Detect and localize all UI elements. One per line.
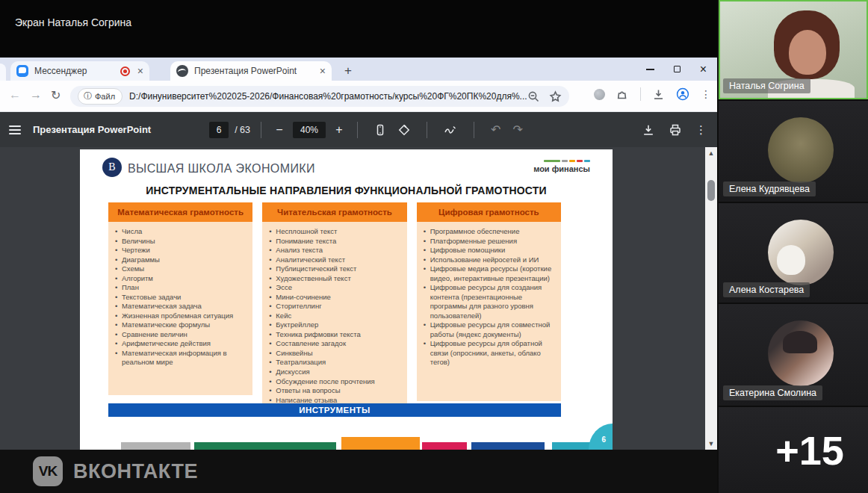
vk-brand-name: ВКОНТАКТЕ <box>73 460 198 483</box>
participant-tile[interactable]: Екатерина Смолина <box>719 304 868 406</box>
list-item: Техника рифмовки текста <box>267 330 402 340</box>
file-scheme-chip[interactable]: ⓘФайл <box>78 88 123 105</box>
back-button[interactable]: ← <box>9 88 21 102</box>
tab-messenger[interactable]: Мессенджер × <box>10 61 149 81</box>
extensions-puzzle-icon[interactable] <box>616 88 629 101</box>
scrollbar-thumb[interactable] <box>707 180 715 201</box>
list-item: Математическая информация в реальном мир… <box>113 349 248 368</box>
list-item: Алгоритм <box>113 274 248 284</box>
more-participants-tile[interactable]: +15 <box>719 407 868 493</box>
browser-tab-strip: Мессенджер × Презентация PowerPoint × + … <box>0 58 717 81</box>
sidebar-menu-icon[interactable] <box>9 123 21 137</box>
print-icon[interactable] <box>669 123 682 137</box>
divider <box>640 87 641 101</box>
participant-name: Елена Кудрявцева <box>723 182 816 196</box>
downloads-icon[interactable] <box>652 88 665 101</box>
vk-logo: VK <box>33 456 63 486</box>
window-close-button[interactable]: × <box>700 63 707 75</box>
page-number-input[interactable]: 6 <box>209 122 229 138</box>
divider <box>261 122 261 138</box>
column-reading-literacy: Читательская грамотность Несплошной текс… <box>262 202 406 404</box>
list-item: Программное обеспечение <box>421 227 557 237</box>
participant-tile[interactable]: Елена Кудрявцева <box>719 101 868 202</box>
zoom-out-icon[interactable] <box>527 90 540 103</box>
minimize-button[interactable] <box>646 69 654 70</box>
partial-tab[interactable] <box>0 63 6 81</box>
slide-page-badge: 6 <box>589 424 613 450</box>
annotate-pen-icon[interactable] <box>444 124 457 136</box>
vertical-scrollbar[interactable]: ▲ ▼ <box>705 147 717 450</box>
zoom-out-button[interactable]: − <box>272 123 287 137</box>
list-item: Синквейны <box>267 349 402 359</box>
list-item: Числа <box>113 227 248 237</box>
list-item: Мини-сочинение <box>267 293 402 303</box>
column-list: Несплошной текстПонимание текстаАнализ т… <box>267 227 402 404</box>
list-item: Ответы на вопросы <box>267 386 402 396</box>
pdf-content-area[interactable]: В ВЫСШАЯ ШКОЛА ЭКОНОМИКИ мои финансы И <box>0 147 717 450</box>
list-item: Художественный текст <box>267 274 402 284</box>
bookmark-star-icon[interactable] <box>549 90 562 103</box>
conference-screen: Экран Наталья Согрина Мессенджер × Презе… <box>0 0 868 493</box>
list-item: Схемы <box>113 264 248 274</box>
column-digital-literacy: Цифровая грамотность Программное обеспеч… <box>417 202 561 404</box>
browser-address-bar: ← → ↻ ⓘФайл D:/Финуниверситет%202025-202… <box>0 81 717 112</box>
browser-action-icons: ⋮ <box>594 87 711 101</box>
screen-share-label: Экран Наталья Согрина <box>15 16 131 28</box>
scroll-down-arrow[interactable]: ▼ <box>705 438 717 450</box>
tab-presentation[interactable]: Презентация PowerPoint × <box>170 61 332 81</box>
brand-block: мои финансы <box>533 160 590 173</box>
download-icon[interactable] <box>642 123 655 137</box>
org-name: ВЫСШАЯ ШКОЛА ЭКОНОМИКИ <box>128 162 315 176</box>
avatar <box>768 220 834 285</box>
list-item: Обсуждение после прочтения <box>267 377 402 387</box>
tab-label: Мессенджер <box>34 66 117 76</box>
list-item: Анализ текста <box>267 246 402 255</box>
list-item: Дискуссия <box>267 368 402 377</box>
profile-icon[interactable] <box>676 87 689 101</box>
column-list: ЧислаВеличиныЧертежиДиаграммыСхемыАлгори… <box>113 227 248 368</box>
new-tab-button[interactable]: + <box>339 63 357 81</box>
pdf-menu-icon[interactable]: ⋮ <box>695 123 707 137</box>
fit-page-icon[interactable] <box>374 124 386 136</box>
tab-close-button[interactable]: × <box>320 66 326 76</box>
list-item: План <box>113 283 248 293</box>
list-item: Цифровые ресурсы для совместной работы (… <box>421 320 557 339</box>
info-icon: ⓘ <box>84 90 92 102</box>
tab-close-button[interactable]: × <box>137 66 143 76</box>
zoom-level-input[interactable]: 40% <box>293 122 326 138</box>
forward-button[interactable]: → <box>30 88 42 102</box>
list-item: Платформенные решения <box>421 237 557 246</box>
maximize-button[interactable] <box>674 66 681 72</box>
list-item: Цифровые ресурсы для обратной связи (опр… <box>421 339 557 368</box>
extension-globe-icon[interactable] <box>594 89 605 100</box>
browser-menu-icon[interactable]: ⋮ <box>701 88 711 100</box>
scroll-up-arrow[interactable]: ▲ <box>705 147 717 159</box>
rotate-icon[interactable] <box>398 124 410 136</box>
reload-button[interactable]: ↻ <box>51 88 61 102</box>
zoom-in-button[interactable]: + <box>332 123 347 137</box>
list-item: Математические формулы <box>113 320 248 330</box>
list-item: Жизненная проблемная ситуация <box>113 311 248 321</box>
page-total: / 63 <box>235 125 250 135</box>
overflow-count: +15 <box>775 427 844 474</box>
url-omnibox[interactable]: ⓘФайл D:/Финуниверситет%202025-2026/Фина… <box>70 86 569 107</box>
messenger-icon <box>16 65 28 77</box>
participants-sidebar: Наталья Согрина Елена Кудрявцева Алена К… <box>717 0 868 493</box>
pdf-toolbar: Презентация PowerPoint 6 / 63 − 40% + ↶ … <box>0 112 717 147</box>
column-list: Программное обеспечениеПлатформенные реш… <box>421 227 557 368</box>
presenter-video-tile[interactable]: Наталья Согрина <box>719 0 868 99</box>
redo-icon[interactable]: ↷ <box>512 123 522 137</box>
undo-icon[interactable]: ↶ <box>491 123 500 137</box>
list-item: Величины <box>113 237 248 246</box>
globe-icon <box>176 65 188 77</box>
recording-indicator-icon <box>120 66 130 76</box>
column-header: Цифровая грамотность <box>417 202 561 222</box>
list-item: Составление загадок <box>267 339 402 349</box>
column-math-literacy: Математическая грамотность ЧислаВеличины… <box>108 202 252 404</box>
tab-label: Презентация PowerPoint <box>194 66 315 76</box>
screen-share-topbar: Экран Наталья Согрина <box>0 0 717 58</box>
vk-bottom-bar: VK ВКОНТАКТЕ <box>0 450 717 493</box>
list-item: Цифровые ресурсы для создания контента (… <box>421 283 557 320</box>
participant-tile[interactable]: Алена Костарева <box>719 203 868 303</box>
window-controls: × <box>646 58 711 81</box>
